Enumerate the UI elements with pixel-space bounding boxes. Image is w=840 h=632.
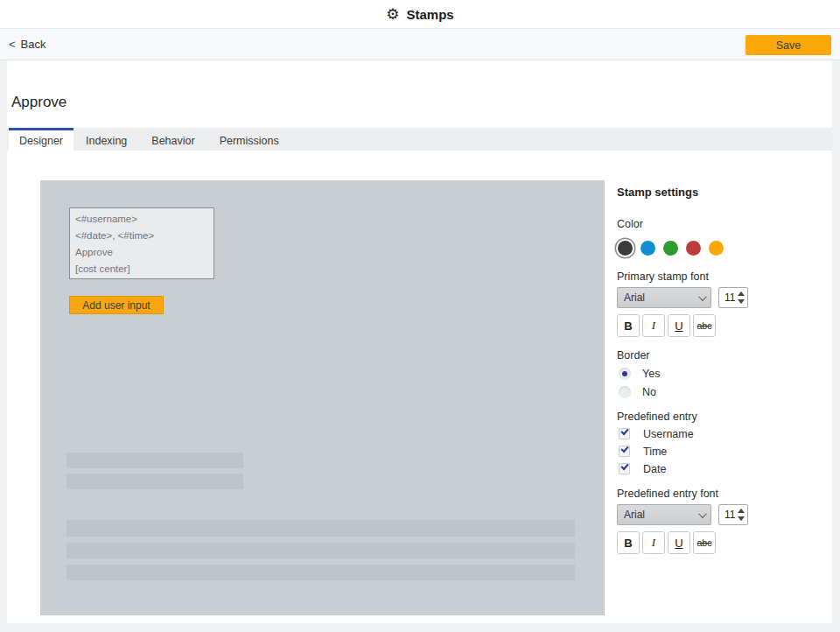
radio-icon [619,368,631,380]
time-checkbox[interactable]: Time [619,445,834,458]
bold-button[interactable]: B [617,531,640,554]
checkbox-label: Date [643,463,666,475]
spinner-arrows [736,291,747,304]
border-label: Border [617,349,834,362]
gear-icon: ⚙ [386,7,399,22]
decrement-arrow-icon[interactable] [738,299,745,304]
back-button[interactable]: < Back [9,29,46,60]
increment-arrow-icon[interactable] [738,509,745,513]
stamp-line-username: <#username> [75,211,208,228]
chevron-down-icon [698,292,707,301]
checkbox-label: Time [643,446,667,458]
page-title: Approve [11,94,66,111]
app-header: ⚙ Stamps [0,0,840,29]
chevron-down-icon [698,509,707,518]
predefined-font-size-input[interactable]: 11 [718,504,748,525]
checkbox-label: Username [643,428,694,440]
decrement-arrow-icon[interactable] [738,516,745,521]
primary-font-label: Primary stamp font [617,270,834,283]
tab-bar: Designer Indexing Behavior Permissions [7,128,832,151]
primary-font-family-select[interactable]: Arial [617,287,711,308]
date-checkbox[interactable]: Date [619,462,834,475]
panel-title: Stamp settings [617,186,834,199]
chevron-left-icon: < [9,38,16,51]
tab-behavior[interactable]: Behavior [139,128,206,151]
back-label: Back [21,38,46,51]
predefined-font-label: Predefined entry font [617,488,834,500]
tab-permissions[interactable]: Permissions [207,128,291,151]
stamp-designer-canvas: <#username> <#date>, <#time> Approve [co… [40,180,605,615]
tab-label: Behavior [151,135,194,147]
document-placeholder-bar [66,520,575,537]
stamp-line-cost-center: [cost center] [75,261,208,277]
tab-label: Permissions [220,135,279,147]
stamp-preview-box[interactable]: <#username> <#date>, <#time> Approve [co… [69,207,214,279]
username-checkbox[interactable]: Username [619,427,834,440]
checkmark-icon [620,427,628,435]
predefined-font-family-select[interactable]: Arial [617,504,711,525]
app-title: Stamps [407,7,454,22]
checkbox-icon [619,428,630,439]
tab-indexing[interactable]: Indexing [74,128,139,151]
predefined-font-format-row: B I U abc [617,531,834,554]
predefined-entry-label: Predefined entry [617,411,834,423]
checkmark-icon [620,462,628,470]
checkmark-icon [620,445,628,453]
underline-button[interactable]: U [668,531,690,554]
spinner-arrows [736,509,747,521]
font-size-value: 11 [719,509,736,521]
bold-button[interactable]: B [617,314,640,337]
predefined-font-controls: Arial 11 [617,504,834,525]
document-placeholder-bar [66,565,575,580]
border-yes-radio[interactable]: Yes [619,367,834,380]
tab-designer[interactable]: Designer [9,128,74,151]
color-swatch-red[interactable] [686,241,701,256]
radio-icon [619,386,631,398]
color-swatch-blue[interactable] [640,241,655,256]
checkbox-icon [619,446,630,457]
stamps-page: ⚙ Stamps < Back Save Approve Designer In… [0,0,840,632]
primary-font-size-input[interactable]: 11 [718,287,748,308]
color-swatch-dark-gray[interactable] [618,241,633,256]
tab-label: Designer [19,135,63,147]
strikethrough-button[interactable]: abc [693,314,716,337]
font-size-value: 11 [719,291,736,304]
add-user-input-button[interactable]: Add user input [69,296,164,314]
stamp-settings-panel: Stamp settings Color Primary stamp font … [617,186,834,565]
radio-label: No [642,386,656,398]
border-no-radio[interactable]: No [619,385,834,398]
increment-arrow-icon[interactable] [738,291,745,296]
document-placeholder-bar [66,474,243,489]
color-swatch-row [618,238,834,257]
selected-font-family: Arial [624,509,698,521]
underline-button[interactable]: U [668,314,690,337]
checkbox-icon [619,463,630,474]
save-button[interactable]: Save [746,35,831,55]
document-placeholder-bar [66,453,243,468]
primary-font-format-row: B I U abc [617,314,834,337]
document-placeholder-bar [66,543,575,558]
radio-label: Yes [642,368,660,380]
selected-font-family: Arial [624,291,698,304]
toolbar: < Back Save [0,29,840,60]
color-label: Color [617,218,834,230]
italic-button[interactable]: I [642,314,665,337]
color-swatch-orange[interactable] [709,241,724,256]
tab-label: Indexing [86,135,127,147]
content-card: Approve Designer Indexing Behavior Permi… [7,60,832,623]
strikethrough-button[interactable]: abc [693,531,716,554]
stamp-line-text: Approve [75,244,208,261]
primary-font-controls: Arial 11 [617,287,834,308]
italic-button[interactable]: I [642,531,665,554]
stamp-line-date-time: <#date>, <#time> [75,228,208,244]
color-swatch-green[interactable] [663,241,678,256]
